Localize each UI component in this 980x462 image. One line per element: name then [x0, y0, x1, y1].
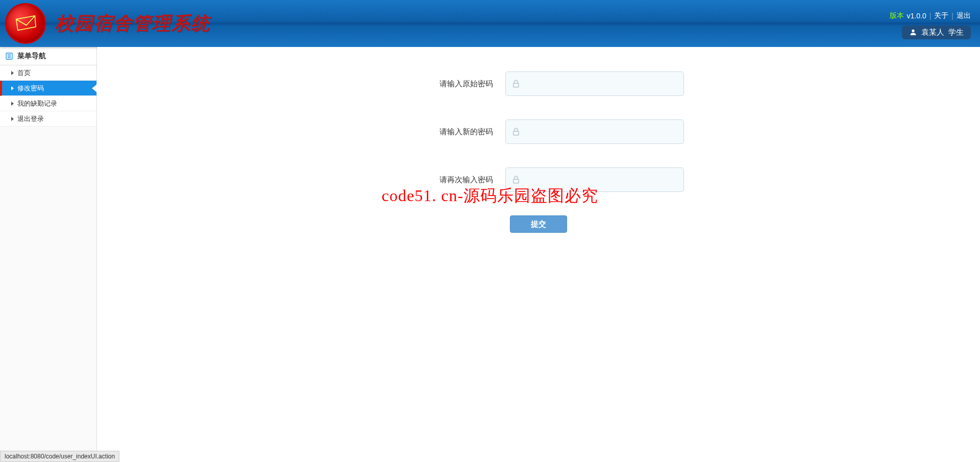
new-password-wrap	[505, 119, 684, 144]
sidebar-item-label: 修改密码	[17, 84, 44, 93]
main-content: 请输入原始密码 请输入新的密码 请再次输入密码	[97, 47, 980, 462]
svg-rect-7	[513, 131, 519, 135]
new-password-label: 请输入新的密码	[393, 127, 505, 137]
form-row-old-password: 请输入原始密码	[309, 71, 768, 96]
sidebar: 菜单导航 首页 修改密码 我的缺勤记录 退出登录	[0, 47, 97, 462]
header-right: 版本 v1.0.0 | 关于 | 退出 袁某人 学生	[890, 8, 971, 39]
divider: |	[929, 12, 932, 20]
envelope-icon	[13, 13, 38, 34]
change-password-form: 请输入原始密码 请输入新的密码 请再次输入密码	[309, 71, 768, 233]
svg-rect-8	[513, 179, 519, 183]
version-value: v1.0.0	[907, 12, 926, 20]
old-password-label: 请输入原始密码	[393, 79, 505, 89]
old-password-input[interactable]	[505, 71, 684, 96]
old-password-wrap	[505, 71, 684, 96]
submit-button[interactable]: 提交	[510, 215, 567, 233]
confirm-password-label: 请再次输入密码	[393, 175, 505, 185]
logo-area: 校园宿舍管理系统	[5, 3, 210, 44]
submit-row: 提交	[309, 215, 768, 233]
caret-icon	[11, 86, 14, 90]
sidebar-item-home[interactable]: 首页	[0, 65, 96, 81]
app-logo	[5, 3, 46, 44]
app-header: 校园宿舍管理系统 版本 v1.0.0 | 关于 | 退出 袁某人 学生	[0, 0, 980, 47]
sidebar-item-label: 首页	[17, 68, 31, 78]
caret-icon	[11, 117, 14, 121]
about-link[interactable]: 关于	[934, 11, 948, 20]
divider: |	[951, 12, 953, 20]
form-row-new-password: 请输入新的密码	[309, 119, 768, 144]
version-label: 版本	[890, 11, 904, 20]
app-title: 校园宿舍管理系统	[55, 11, 210, 36]
sidebar-header: 菜单导航	[0, 47, 96, 65]
sidebar-item-absence-records[interactable]: 我的缺勤记录	[0, 96, 96, 111]
logout-link[interactable]: 退出	[957, 11, 971, 20]
new-password-input[interactable]	[505, 119, 684, 144]
caret-icon	[11, 102, 14, 106]
menu-icon	[5, 52, 13, 60]
status-url: localhost:8080/code/user_indexUI.action	[5, 453, 115, 460]
lock-icon	[511, 127, 521, 136]
confirm-password-wrap	[505, 167, 684, 192]
status-bar: localhost:8080/code/user_indexUI.action	[0, 451, 119, 462]
user-name: 袁某人	[921, 28, 944, 37]
svg-rect-6	[513, 83, 519, 87]
confirm-password-input[interactable]	[505, 167, 684, 192]
sidebar-title: 菜单导航	[17, 52, 46, 61]
svg-point-1	[912, 30, 914, 32]
user-badge[interactable]: 袁某人 学生	[902, 26, 971, 39]
sidebar-item-label: 我的缺勤记录	[17, 99, 57, 108]
sidebar-item-label: 退出登录	[17, 114, 44, 124]
sidebar-item-logout[interactable]: 退出登录	[0, 111, 96, 127]
lock-icon	[511, 175, 521, 184]
caret-icon	[11, 71, 14, 75]
form-row-confirm-password: 请再次输入密码	[309, 167, 768, 192]
user-icon	[909, 28, 917, 36]
sidebar-menu: 首页 修改密码 我的缺勤记录 退出登录	[0, 65, 96, 127]
header-links: 版本 v1.0.0 | 关于 | 退出	[890, 11, 971, 20]
lock-icon	[511, 79, 521, 88]
user-role: 学生	[948, 28, 964, 37]
sidebar-item-change-password[interactable]: 修改密码	[0, 81, 96, 96]
